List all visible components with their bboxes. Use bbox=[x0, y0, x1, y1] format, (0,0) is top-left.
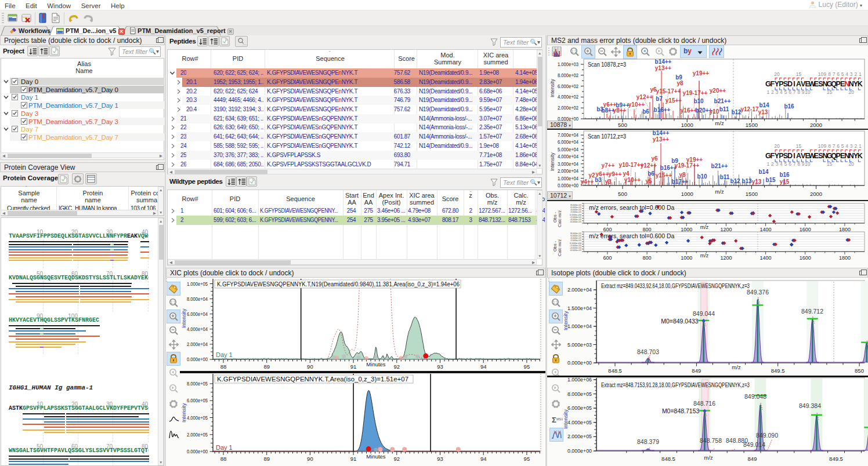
svg-text:b14: b14 bbox=[758, 169, 769, 175]
svg-text:2.000e+04: 2.000e+04 bbox=[567, 286, 592, 293]
svg-text:93: 93 bbox=[437, 456, 443, 462]
svg-text:b16: b16 bbox=[779, 172, 790, 178]
svg-text:849.044: 849.044 bbox=[693, 310, 715, 317]
svg-text:6.000e+05: 6.000e+05 bbox=[567, 405, 592, 411]
svg-text:8: 8 bbox=[797, 161, 800, 167]
svg-text:y3: y3 bbox=[605, 179, 612, 185]
svg-text:95: 95 bbox=[524, 456, 530, 462]
svg-text:600: 600 bbox=[603, 255, 612, 261]
svg-text:848.758: 848.758 bbox=[700, 437, 722, 444]
svg-text:y10++: y10++ bbox=[624, 177, 641, 183]
svg-text:92: 92 bbox=[394, 456, 400, 462]
svg-text:15: 15 bbox=[796, 143, 802, 149]
svg-text:-6.000e-01: -6.000e-01 bbox=[570, 220, 582, 223]
svg-text:20: 20 bbox=[774, 143, 780, 149]
svg-text:M0=848.7153: M0=848.7153 bbox=[662, 407, 700, 414]
svg-text:m/z errors, search tol=0.600 D: m/z errors, search tol=0.600 Da bbox=[589, 204, 675, 211]
svg-text:20: 20 bbox=[848, 161, 854, 167]
svg-text:849.090: 849.090 bbox=[756, 432, 778, 439]
svg-text:m/z: m/z bbox=[732, 364, 741, 370]
svg-text:y6: y6 bbox=[651, 155, 658, 162]
svg-text:2: 2 bbox=[771, 161, 774, 167]
svg-text:y4++: y4++ bbox=[581, 179, 594, 185]
svg-text:1: 1 bbox=[859, 143, 862, 149]
svg-text:Day 1: Day 1 bbox=[216, 444, 233, 451]
svg-text:6: 6 bbox=[789, 161, 791, 167]
svg-text:y13: y13 bbox=[752, 179, 762, 185]
svg-text:3.000e+04: 3.000e+04 bbox=[558, 161, 578, 167]
svg-text:15: 15 bbox=[827, 161, 833, 167]
svg-text:90: 90 bbox=[307, 456, 313, 462]
svg-text:2.000e+04: 2.000e+04 bbox=[558, 168, 578, 174]
svg-text:848.716: 848.716 bbox=[693, 400, 715, 407]
svg-text:0.000e+00: 0.000e+00 bbox=[567, 359, 592, 366]
svg-text:y15++: y15++ bbox=[656, 172, 672, 179]
svg-text:Minutes: Minutes bbox=[366, 453, 386, 460]
svg-text:5: 5 bbox=[784, 161, 787, 167]
svg-text:0.000e+00: 0.000e+00 bbox=[567, 447, 592, 454]
svg-text:849.5: 849.5 bbox=[771, 367, 785, 374]
svg-text:7: 7 bbox=[793, 161, 796, 167]
svg-text:5.000e+03: 5.000e+03 bbox=[567, 341, 592, 348]
svg-text:3: 3 bbox=[776, 161, 779, 167]
svg-text:8.000e+05: 8.000e+05 bbox=[187, 380, 208, 387]
svg-text:b13: b13 bbox=[742, 178, 752, 184]
svg-text:m/z: m/z bbox=[700, 224, 709, 230]
svg-text:I: I bbox=[793, 152, 795, 160]
svg-text:5.000e+04: 5.000e+04 bbox=[558, 146, 578, 152]
svg-text:y15: y15 bbox=[780, 179, 790, 185]
svg-text:b14++: b14++ bbox=[653, 130, 670, 136]
svg-text:9: 9 bbox=[824, 143, 827, 149]
svg-text:849.048: 849.048 bbox=[744, 393, 766, 400]
svg-text:y13++: y13++ bbox=[653, 136, 670, 143]
svg-text:Extract mz=848.7153,91.28,18.0: Extract mz=848.7153,91.28,18.00,GFYPSDIA… bbox=[601, 381, 750, 388]
svg-text:1800: 1800 bbox=[839, 255, 851, 261]
svg-text:849: 849 bbox=[692, 367, 701, 374]
svg-text:4.000e+05: 4.000e+05 bbox=[567, 419, 592, 425]
svg-text:10: 10 bbox=[805, 161, 811, 167]
svg-text:5: 5 bbox=[841, 143, 844, 149]
svg-text:848.703: 848.703 bbox=[637, 348, 659, 355]
svg-text:K: K bbox=[858, 152, 863, 160]
svg-text:3: 3 bbox=[850, 143, 853, 149]
svg-text:848.379: 848.379 bbox=[637, 438, 659, 445]
svg-text:848.5: 848.5 bbox=[608, 367, 622, 374]
svg-text:8: 8 bbox=[828, 143, 831, 149]
svg-text:848.5: 848.5 bbox=[661, 456, 675, 462]
svg-text:7.000e+04: 7.000e+04 bbox=[558, 132, 578, 138]
svg-text:849.376: 849.376 bbox=[747, 289, 769, 296]
svg-text:b21++: b21++ bbox=[711, 163, 728, 169]
svg-text:...: ... bbox=[243, 41, 247, 46]
svg-text:1000: 1000 bbox=[681, 191, 693, 197]
svg-text:94: 94 bbox=[480, 456, 487, 462]
svg-text:D: D bbox=[787, 152, 793, 160]
svg-text:y7++: y7++ bbox=[602, 162, 615, 169]
svg-text:7: 7 bbox=[833, 143, 836, 149]
svg-text:1: 1 bbox=[766, 161, 769, 167]
svg-text:Scan 10712,z=3: Scan 10712,z=3 bbox=[588, 133, 626, 140]
svg-text:b17++: b17++ bbox=[672, 179, 689, 185]
svg-text:849: 849 bbox=[748, 456, 757, 462]
svg-text:89: 89 bbox=[263, 456, 270, 462]
svg-text:y19-17++: y19-17++ bbox=[675, 162, 700, 169]
svg-text:1600: 1600 bbox=[800, 255, 811, 261]
svg-text:1.000e+04: 1.000e+04 bbox=[558, 175, 578, 181]
svg-text:1.000e+04: 1.000e+04 bbox=[567, 323, 592, 329]
svg-text:849.5: 849.5 bbox=[829, 456, 843, 462]
svg-text:1200: 1200 bbox=[720, 255, 732, 261]
svg-text:91: 91 bbox=[350, 456, 357, 462]
svg-text:b11: b11 bbox=[720, 174, 730, 180]
svg-text:4: 4 bbox=[845, 143, 848, 149]
svg-text:-6.000e-01: -6.000e-01 bbox=[570, 249, 582, 252]
svg-text:1400: 1400 bbox=[760, 255, 772, 261]
svg-text:10: 10 bbox=[818, 143, 824, 149]
svg-text:1000: 1000 bbox=[681, 255, 692, 261]
svg-text:2: 2 bbox=[854, 143, 857, 149]
svg-text:849.384: 849.384 bbox=[799, 402, 821, 409]
svg-text:4.000e+05: 4.000e+05 bbox=[187, 414, 208, 421]
svg-text:88: 88 bbox=[220, 456, 227, 462]
svg-text:1.000e+06: 1.000e+06 bbox=[567, 376, 592, 383]
svg-text:6.000e+05: 6.000e+05 bbox=[187, 397, 208, 403]
svg-text:y5: y5 bbox=[645, 178, 652, 184]
svg-text:b12: b12 bbox=[730, 178, 740, 184]
